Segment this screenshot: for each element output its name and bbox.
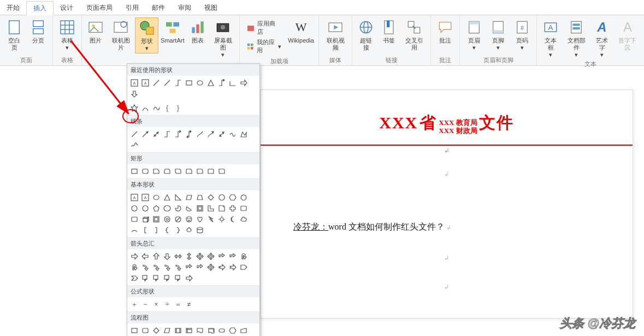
shape-gen-flow-shapes-5[interactable] <box>184 326 194 335</box>
shape-gen-arrow-shapes-1[interactable] <box>140 251 150 261</box>
chart-button[interactable]: 图表 <box>186 17 209 45</box>
shape-gen-arrow-shapes-20[interactable] <box>228 262 238 272</box>
shape-gen-flow-shapes-7[interactable] <box>206 326 216 335</box>
shape-gen-arrow-shapes-17[interactable] <box>195 262 205 272</box>
shape-rect-snip2[interactable] <box>162 166 172 176</box>
shape-line-straight[interactable] <box>129 129 139 139</box>
shape-gen-basic-shapes-13[interactable] <box>151 203 161 213</box>
shape-gen-basic-shapes-24[interactable] <box>151 214 161 224</box>
shape-gen-arrow-shapes-27[interactable] <box>184 273 194 283</box>
tab-pagelayout[interactable]: 页面布局 <box>80 1 119 15</box>
shape-gen-basic-shapes-22[interactable] <box>129 214 139 224</box>
shape-gen-basic-shapes-33[interactable] <box>129 225 139 235</box>
shape-gen-basic-shapes-17[interactable] <box>195 203 205 213</box>
shape-rect-snip2d[interactable] <box>173 166 183 176</box>
shape-gen-basic-shapes-26[interactable] <box>173 214 183 224</box>
shape-gen-arrow-shapes-25[interactable] <box>162 273 172 283</box>
app-store-button[interactable]: 应用商店 <box>244 19 283 37</box>
footer-button[interactable]: 页脚▾ <box>486 17 510 52</box>
wikipedia-button[interactable]: WWikipedia <box>286 17 316 45</box>
shape-elbow-da[interactable] <box>184 129 194 139</box>
shape-gen-basic-shapes-27[interactable] <box>184 214 194 224</box>
shape-divide[interactable]: ÷ <box>162 299 172 309</box>
shape-gen-arrow-shapes-18[interactable] <box>206 262 216 272</box>
page-break-button[interactable]: 分页 <box>27 17 51 45</box>
shape-gen-basic-shapes-5[interactable] <box>184 193 194 202</box>
shape-gen-basic-shapes-1[interactable]: A <box>140 193 150 202</box>
shape-gen-flow-shapes-8[interactable] <box>217 326 227 335</box>
shape-gen-basic-shapes-7[interactable] <box>206 193 216 202</box>
shape-gen-arrow-shapes-0[interactable] <box>129 251 139 261</box>
shape-rect-snip1[interactable] <box>151 166 161 176</box>
tab-view[interactable]: 视图 <box>198 1 224 15</box>
shape-curve-da[interactable] <box>217 129 227 139</box>
page-number-button[interactable]: #页码▾ <box>510 17 534 52</box>
shape-line-double-arrow[interactable] <box>151 129 161 139</box>
quickparts-button[interactable]: 文档部件▾ <box>562 17 590 59</box>
shape-gen-basic-shapes-39[interactable] <box>195 225 205 235</box>
shape-gen-arrow-shapes-9[interactable] <box>228 251 238 261</box>
shape-triangle[interactable] <box>206 78 216 88</box>
smartart-button[interactable]: SmartArt <box>158 17 186 45</box>
shape-gen-basic-shapes-23[interactable] <box>140 214 150 224</box>
shape-gen-basic-shapes-3[interactable] <box>162 193 172 202</box>
tab-start[interactable]: 开始 <box>0 1 26 15</box>
shape-gen-basic-shapes-14[interactable] <box>162 203 172 213</box>
shape-gen-basic-shapes-9[interactable] <box>228 193 238 202</box>
shape-connector[interactable] <box>173 78 183 88</box>
shape-gen-basic-shapes-8[interactable] <box>217 193 227 202</box>
shape-gen-flow-shapes-0[interactable] <box>129 326 139 335</box>
shape-curve-a[interactable] <box>206 129 216 139</box>
shape-gen-basic-shapes-28[interactable] <box>195 214 205 224</box>
shape-line[interactable] <box>151 78 161 88</box>
shape-gen-arrow-shapes-3[interactable] <box>162 251 172 261</box>
shape-gen-basic-shapes-19[interactable] <box>217 203 227 213</box>
shape-gen-arrow-shapes-16[interactable] <box>184 262 194 272</box>
shape-equal[interactable]: ＝ <box>173 299 183 309</box>
tab-mail[interactable]: 邮件 <box>145 1 172 15</box>
hyperlink-button[interactable]: 超链接 <box>355 17 377 52</box>
shape-line2[interactable] <box>162 78 172 88</box>
shape-brace-l[interactable]: { <box>162 103 172 113</box>
shape-gen-basic-shapes-35[interactable] <box>151 225 161 235</box>
shape-brace-r[interactable]: } <box>173 103 183 113</box>
shape-gen-basic-shapes-25[interactable] <box>162 214 172 224</box>
shape-gen-arrow-shapes-6[interactable] <box>195 251 205 261</box>
shape-plus[interactable]: ＋ <box>129 299 139 309</box>
shape-gen-basic-shapes-12[interactable] <box>140 203 150 213</box>
shape-gen-arrow-shapes-11[interactable] <box>129 262 139 272</box>
tab-review[interactable]: 审阅 <box>172 1 198 15</box>
shape-gen-flow-shapes-4[interactable] <box>173 326 183 335</box>
shape-hex[interactable] <box>228 78 238 88</box>
shape-curve[interactable] <box>151 103 161 113</box>
shape-notequal[interactable]: ≠ <box>184 299 194 309</box>
header-button[interactable]: 页眉▾ <box>462 17 486 52</box>
shape-rect[interactable] <box>184 78 194 88</box>
shape-gen-arrow-shapes-19[interactable] <box>217 262 227 272</box>
shape-free-curve[interactable] <box>228 129 238 139</box>
shape-gen-basic-shapes-37[interactable] <box>173 225 183 235</box>
shape-gen-basic-shapes-21[interactable] <box>239 203 249 213</box>
shape-multiply[interactable]: × <box>151 299 161 309</box>
shape-minus[interactable]: − <box>140 299 150 309</box>
shape-gen-arrow-shapes-14[interactable] <box>162 262 172 272</box>
shape-rect-round[interactable] <box>140 166 150 176</box>
shape-gen-basic-shapes-32[interactable] <box>239 214 249 224</box>
shape-gen-flow-shapes-1[interactable] <box>140 326 150 335</box>
shape-gen-arrow-shapes-8[interactable] <box>217 251 227 261</box>
tab-insert[interactable]: 插入 <box>26 1 54 15</box>
shape-gen-arrow-shapes-2[interactable] <box>151 251 161 261</box>
shape-elbow-a[interactable] <box>173 129 183 139</box>
shape-gen-flow-shapes-10[interactable] <box>239 326 249 335</box>
shape-gen-basic-shapes-18[interactable] <box>206 203 216 213</box>
shape-gen-basic-shapes-30[interactable] <box>217 214 227 224</box>
shape-gen-basic-shapes-6[interactable] <box>195 193 205 202</box>
shape-gen-basic-shapes-11[interactable] <box>129 203 139 213</box>
shape-gen-basic-shapes-20[interactable] <box>228 203 238 213</box>
shape-gen-arrow-shapes-23[interactable] <box>140 273 150 283</box>
bookmark-button[interactable]: 书签 <box>377 17 400 45</box>
shape-arrow-r[interactable] <box>217 78 227 88</box>
shape-gen-flow-shapes-3[interactable] <box>162 326 172 335</box>
cross-reference-button[interactable]: 交叉引用 <box>400 17 428 52</box>
shape-gen-arrow-shapes-5[interactable] <box>184 251 194 261</box>
